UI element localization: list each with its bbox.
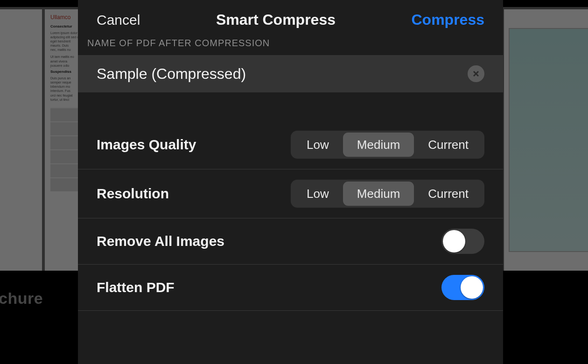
toggle-knob: [443, 230, 465, 252]
compress-button[interactable]: Compress: [411, 11, 484, 28]
images-quality-current[interactable]: Current: [414, 133, 483, 157]
sheet-header: Cancel Smart Compress Compress: [78, 0, 503, 35]
resolution-current[interactable]: Current: [414, 182, 483, 206]
toggle-knob: [461, 276, 483, 299]
row-remove-images: Remove All Images: [78, 218, 503, 265]
close-icon: [472, 70, 480, 77]
options-group: Images Quality Low Medium Current Resolu…: [78, 120, 503, 311]
row-flatten: Flatten PDF: [78, 265, 503, 311]
label-resolution: Resolution: [97, 186, 169, 202]
images-quality-low[interactable]: Low: [293, 133, 343, 157]
label-flatten: Flatten PDF: [97, 280, 175, 295]
images-quality-medium[interactable]: Medium: [343, 133, 414, 157]
segmented-resolution: Low Medium Current: [291, 180, 484, 208]
row-resolution: Resolution Low Medium Current: [78, 169, 503, 218]
resolution-medium[interactable]: Medium: [343, 182, 414, 206]
row-images-quality: Images Quality Low Medium Current: [78, 120, 503, 169]
toggle-flatten[interactable]: [441, 275, 484, 300]
pdf-name-input[interactable]: [97, 65, 468, 83]
resolution-low[interactable]: Low: [293, 182, 343, 206]
label-remove-images: Remove All Images: [97, 233, 224, 249]
segmented-images-quality: Low Medium Current: [291, 131, 484, 159]
label-images-quality: Images Quality: [97, 137, 196, 153]
compress-sheet: Cancel Smart Compress Compress NAME OF P…: [78, 0, 503, 364]
toggle-remove-images[interactable]: [441, 229, 484, 254]
sheet-title: Smart Compress: [216, 11, 336, 28]
section-label-name: NAME OF PDF AFTER COMPRESSION: [78, 35, 503, 55]
clear-name-button[interactable]: [468, 65, 484, 82]
cancel-button[interactable]: Cancel: [97, 12, 140, 28]
pdf-name-row: [78, 55, 503, 92]
